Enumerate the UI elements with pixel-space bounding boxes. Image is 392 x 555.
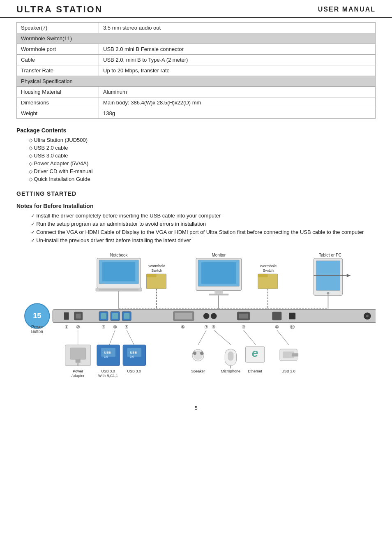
svg-point-99 [200, 352, 203, 355]
note-item: Install the driver completely before ins… [29, 213, 376, 219]
table-cell-value: Aluminum [99, 87, 376, 97]
header-title-left: ULTRA STATION [16, 4, 103, 15]
page-number: 5 [0, 405, 392, 411]
svg-marker-27 [347, 274, 351, 277]
svg-text:Adapter: Adapter [71, 374, 85, 378]
page-header: ULTRA STATION USER MANUAL [0, 0, 392, 18]
svg-text:④: ④ [113, 324, 117, 329]
table-cell-label: Dimensions [17, 97, 99, 108]
package-item: USB 2.0 cable [29, 145, 376, 151]
svg-text:Button: Button [31, 329, 43, 334]
svg-text:USB: USB [130, 351, 137, 354]
svg-text:Power: Power [73, 369, 83, 373]
svg-point-52 [211, 313, 217, 319]
svg-text:Switch: Switch [151, 268, 162, 273]
package-item: Power Adapter (5V/4A) [29, 160, 376, 166]
svg-text:3.0: 3.0 [130, 355, 134, 358]
svg-rect-102 [228, 352, 233, 361]
package-contents-section: Package Contents Ultra Station (JUD500)U… [16, 127, 376, 182]
package-item: Driver CD with E-manual [29, 168, 376, 174]
svg-text:⑨: ⑨ [242, 324, 246, 329]
table-cell-value: Up to 20 Mbps, transfer rate [99, 65, 376, 76]
table-row: Transfer RateUp to 20 Mbps, transfer rat… [17, 65, 376, 76]
svg-rect-9 [102, 262, 135, 281]
table-cell-label: Transfer Rate [17, 65, 99, 76]
table-cell-label: Weight [17, 108, 99, 119]
package-list: Ultra Station (JUD500)USB 2.0 cableUSB 3… [29, 137, 376, 182]
svg-rect-40 [64, 312, 69, 320]
table-row: Speaker(7)3.5 mm stereo audio out [17, 23, 376, 33]
svg-rect-44 [101, 313, 106, 319]
table-section-header: Physical Specification [17, 76, 376, 87]
svg-text:e: e [252, 347, 258, 359]
note-item: Connect the VGA or HDMI Cable of Display… [29, 229, 376, 235]
svg-text:Wormhole: Wormhole [148, 264, 165, 268]
table-cell-label: Wormhole port [17, 44, 99, 55]
notes-heading: Notes for Before Installation [16, 203, 376, 209]
svg-text:②: ② [76, 324, 80, 329]
svg-line-77 [244, 330, 256, 345]
svg-rect-48 [124, 313, 129, 319]
svg-point-58 [366, 315, 369, 317]
svg-line-74 [127, 330, 134, 345]
header-title-right: USER MANUAL [318, 6, 376, 13]
package-item: Ultra Station (JUD500) [29, 137, 376, 143]
svg-text:⑩: ⑩ [275, 324, 279, 329]
svg-text:15: 15 [33, 312, 41, 320]
diagram-area: Notebook Wormhole Switch Monitor (HDMI/V… [16, 251, 376, 388]
notebook-label: Notebook [110, 253, 128, 257]
svg-rect-110 [292, 353, 298, 356]
spec-table: Speaker(7)3.5 mm stereo audio outWormhol… [16, 22, 376, 119]
svg-text:With B,C1,1: With B,C1,1 [98, 374, 118, 378]
svg-text:⑪: ⑪ [290, 324, 295, 329]
svg-rect-55 [272, 312, 281, 320]
svg-text:③: ③ [101, 324, 106, 329]
note-item: Un-install the previous driver first bef… [29, 237, 376, 243]
svg-text:⑧: ⑧ [212, 324, 216, 329]
table-row: DimensionsMain body: 386.4(W)x 28.5(H)x2… [17, 97, 376, 108]
svg-text:Ethernet: Ethernet [248, 369, 263, 373]
svg-rect-46 [112, 313, 118, 319]
getting-started-section: GETTING STARTED Notes for Before Install… [16, 190, 376, 243]
svg-rect-18 [214, 290, 223, 294]
package-item: USB 3.0 cable [29, 153, 376, 159]
table-row: Wormhole portUSB 2.0 mini B Female conne… [17, 44, 376, 55]
svg-rect-80 [70, 348, 86, 359]
svg-rect-54 [239, 314, 248, 319]
table-cell-value: 3.5 mm stereo audio out [99, 23, 376, 33]
svg-rect-19 [209, 294, 228, 295]
getting-started-heading: GETTING STARTED [16, 190, 376, 197]
package-item: Quick Installation Guide [29, 176, 376, 182]
table-row: Weight138g [17, 108, 376, 119]
svg-text:USB 2.0: USB 2.0 [281, 369, 295, 373]
svg-point-98 [193, 352, 196, 355]
table-cell-label: Cable [17, 55, 99, 65]
svg-line-76 [214, 330, 231, 345]
table-row: Housing MaterialAluminum [17, 87, 376, 97]
svg-rect-11 [99, 289, 138, 290]
svg-text:Switch: Switch [263, 268, 274, 273]
table-cell-value: Main body: 386.4(W)x 28.5(H)x22(D) mm [99, 97, 376, 108]
svg-text:USB: USB [104, 351, 111, 354]
svg-text:Speaker: Speaker [191, 369, 205, 373]
svg-text:Monitor: Monitor [212, 253, 226, 257]
svg-line-75 [198, 330, 206, 345]
package-contents-heading: Package Contents [16, 127, 376, 134]
svg-text:Wormhole: Wormhole [260, 264, 277, 268]
table-cell-value: USB 2.0 mini B Female connector [99, 44, 376, 55]
svg-text:Microphone: Microphone [221, 369, 240, 373]
svg-text:⑥: ⑥ [181, 324, 185, 329]
svg-rect-42 [76, 314, 81, 319]
svg-line-78 [277, 330, 289, 345]
svg-text:Tablet or PC: Tablet or PC [319, 253, 341, 257]
table-row: CableUSB 2.0, mini B to Type-A (2 meter) [17, 55, 376, 65]
table-cell-value: 138g [99, 108, 376, 119]
svg-text:USB 3.0: USB 3.0 [101, 369, 115, 373]
svg-text:USB 3.0: USB 3.0 [127, 369, 141, 373]
table-cell-label: Housing Material [17, 87, 99, 97]
svg-text:Power: Power [31, 325, 43, 329]
svg-point-25 [327, 292, 329, 294]
svg-rect-56 [289, 313, 295, 319]
notes-list: Install the driver completely before ins… [29, 213, 376, 243]
svg-line-73 [109, 330, 115, 345]
